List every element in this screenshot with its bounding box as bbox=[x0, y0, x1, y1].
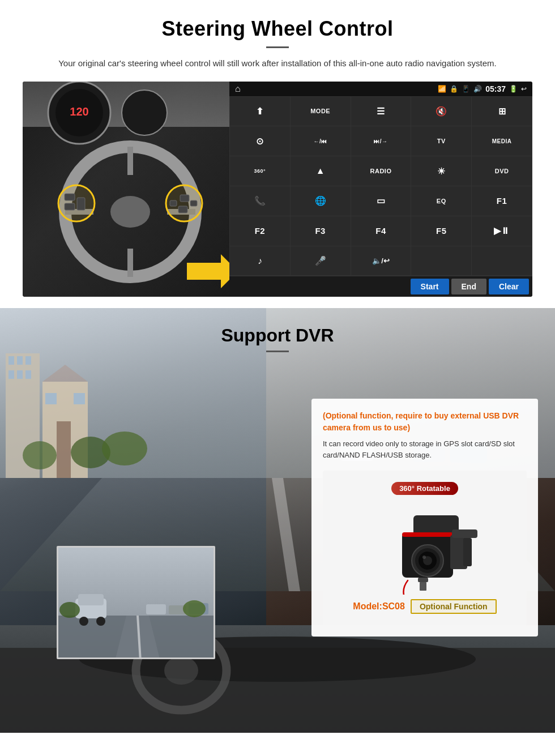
svg-rect-31 bbox=[45, 393, 57, 404]
grid-btn-mic[interactable]: 🎤 bbox=[291, 246, 351, 276]
steering-title: Steering Wheel Control bbox=[23, 17, 532, 41]
grid-btn-next[interactable]: ⏭/→ bbox=[351, 126, 411, 156]
grid-btn-tv[interactable]: TV bbox=[411, 126, 471, 156]
dvr-title-divider bbox=[266, 351, 289, 352]
svg-point-33 bbox=[23, 441, 57, 469]
bottom-bar: Start End Clear bbox=[229, 276, 532, 297]
grid-btn-f5[interactable]: F5 bbox=[411, 216, 471, 246]
grid-btn-mute[interactable]: 🔇 bbox=[411, 97, 471, 126]
grid-btn-camera[interactable]: ⊙ bbox=[230, 126, 290, 156]
status-icons: 📶 🔒 📱 🔊 05:37 🔋 ↩ bbox=[438, 84, 527, 93]
svg-rect-54 bbox=[78, 594, 104, 605]
steering-wheel-section: Steering Wheel Control Your original car… bbox=[0, 0, 555, 308]
grid-btn-playpause[interactable]: ▶⏸ bbox=[472, 216, 532, 246]
dvr-thumbnail bbox=[57, 546, 215, 659]
dvr-thumbnail-svg bbox=[58, 548, 215, 659]
dvr-title: Support DVR bbox=[0, 325, 555, 346]
grid-btn-eject[interactable]: ▲ bbox=[291, 156, 351, 186]
grid-btn-minimize[interactable]: ▭ bbox=[351, 186, 411, 216]
dvr-info-card: (Optional function, require to buy exter… bbox=[311, 399, 538, 637]
dvr-header: Support DVR bbox=[0, 308, 555, 358]
svg-rect-18 bbox=[178, 206, 187, 213]
bt-icon: 🔊 bbox=[473, 85, 482, 93]
svg-point-58 bbox=[183, 600, 206, 617]
home-icon: ⌂ bbox=[235, 84, 241, 94]
grid-btn-mode[interactable]: MODE bbox=[291, 97, 351, 126]
grid-btn-radio[interactable]: RADIO bbox=[351, 156, 411, 186]
grid-btn-eq[interactable]: EQ bbox=[411, 186, 471, 216]
grid-btn-phone[interactable]: 📞 bbox=[230, 186, 290, 216]
svg-rect-30 bbox=[57, 421, 71, 478]
dvr-optional-text: (Optional function, require to buy exter… bbox=[323, 410, 527, 434]
model-label: Model:SC08 bbox=[353, 601, 405, 612]
optional-function-badge: Optional Function bbox=[411, 599, 497, 614]
svg-point-10 bbox=[58, 185, 95, 221]
grid-btn-voldown[interactable]: 🔈/↩ bbox=[351, 246, 411, 276]
svg-rect-26 bbox=[17, 370, 23, 379]
svg-point-57 bbox=[59, 602, 80, 618]
grid-btn-apps[interactable]: ⊞ bbox=[472, 97, 532, 126]
android-button-grid: ⬆ MODE ☰ 🔇 ⊞ ⊙ ←/⏮ ⏭/→ TV MEDIA 360° ▲ R… bbox=[229, 96, 532, 276]
grid-btn-f3[interactable]: F3 bbox=[291, 216, 351, 246]
grid-btn-media[interactable]: MEDIA bbox=[472, 126, 532, 156]
grid-btn-empty1 bbox=[411, 246, 471, 276]
svg-text:120: 120 bbox=[70, 105, 88, 118]
grid-btn-nav[interactable]: ⬆ bbox=[230, 97, 290, 126]
lock-icon: 🔒 bbox=[450, 85, 458, 93]
svg-marker-19 bbox=[187, 254, 232, 288]
dvr-section: Support DVR bbox=[0, 308, 555, 733]
svg-rect-17 bbox=[190, 200, 197, 206]
svg-rect-16 bbox=[170, 200, 177, 206]
battery-icon: 🔋 bbox=[509, 85, 518, 93]
grid-btn-menu[interactable]: ☰ bbox=[351, 97, 411, 126]
svg-rect-71 bbox=[418, 578, 428, 582]
dvr-description: It can record video only to storage in G… bbox=[323, 438, 527, 462]
dvr-camera-label: 360° Rotatable bbox=[391, 482, 458, 495]
android-panel: ⌂ 📶 🔒 📱 🔊 05:37 🔋 ↩ ⬆ MODE ☰ 🔇 ⊞ bbox=[229, 82, 532, 297]
grid-btn-brightness[interactable]: ☀ bbox=[411, 156, 471, 186]
svg-point-45 bbox=[164, 656, 198, 685]
grid-btn-f2[interactable]: F2 bbox=[230, 216, 290, 246]
status-time: 05:37 bbox=[485, 84, 506, 93]
grid-btn-dvd[interactable]: DVD bbox=[472, 156, 532, 186]
phone-icon: 📱 bbox=[462, 85, 470, 93]
grid-btn-music[interactable]: ♪ bbox=[230, 246, 290, 276]
svg-rect-25 bbox=[8, 370, 14, 379]
dvr-camera-box: 360° Rotatable bbox=[323, 471, 527, 625]
svg-point-35 bbox=[102, 432, 147, 465]
svg-point-66 bbox=[422, 556, 426, 559]
steering-composite: 120 bbox=[23, 82, 532, 297]
svg-rect-27 bbox=[25, 370, 31, 379]
steering-wheel-svg: 120 bbox=[23, 82, 232, 297]
grid-btn-f1[interactable]: F1 bbox=[472, 186, 532, 216]
svg-rect-15 bbox=[180, 195, 189, 202]
grid-btn-360[interactable]: 360° bbox=[230, 156, 290, 186]
status-bar: ⌂ 📶 🔒 📱 🔊 05:37 🔋 ↩ bbox=[229, 82, 532, 96]
svg-point-55 bbox=[79, 617, 88, 626]
end-button[interactable]: End bbox=[451, 279, 486, 294]
grid-btn-prev[interactable]: ←/⏮ bbox=[291, 126, 351, 156]
svg-rect-13 bbox=[77, 198, 85, 210]
svg-rect-68 bbox=[463, 538, 472, 566]
grid-btn-f4[interactable]: F4 bbox=[351, 216, 411, 246]
svg-point-2 bbox=[122, 90, 167, 135]
svg-rect-61 bbox=[402, 532, 453, 537]
svg-rect-32 bbox=[74, 393, 85, 404]
clear-button[interactable]: Clear bbox=[489, 279, 529, 294]
wifi-icon: 📶 bbox=[438, 85, 446, 93]
svg-rect-11 bbox=[65, 194, 75, 200]
dvr-camera-svg bbox=[368, 504, 481, 595]
svg-rect-69 bbox=[452, 529, 477, 538]
steering-photo: 120 bbox=[23, 82, 232, 297]
start-button[interactable]: Start bbox=[411, 279, 449, 294]
svg-rect-12 bbox=[65, 203, 75, 210]
title-divider bbox=[266, 46, 289, 48]
grid-btn-web[interactable]: 🌐 bbox=[291, 186, 351, 216]
svg-point-9 bbox=[110, 196, 150, 228]
back-icon: ↩ bbox=[521, 85, 527, 93]
steering-description: Your original car's steering wheel contr… bbox=[45, 57, 510, 70]
svg-point-56 bbox=[96, 617, 105, 626]
svg-rect-72 bbox=[420, 582, 426, 591]
grid-btn-empty2 bbox=[472, 246, 532, 276]
svg-rect-50 bbox=[146, 604, 166, 614]
